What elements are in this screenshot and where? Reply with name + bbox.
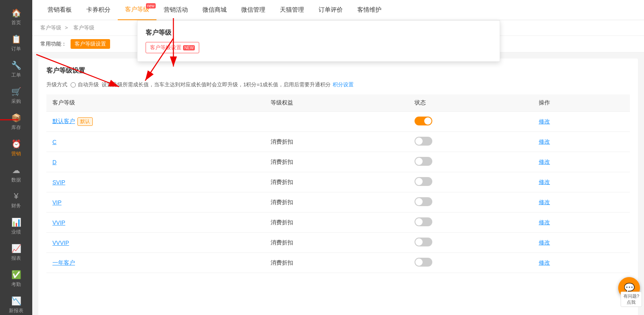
funcbar-label: 常用功能： xyxy=(40,40,67,48)
sidebar-item-order[interactable]: 📋 订单 xyxy=(0,30,32,56)
report-icon: 📈 xyxy=(11,244,21,253)
benefits-cell: 消费折扣 xyxy=(265,192,409,213)
customer-level-name-link[interactable]: VIP xyxy=(52,199,62,206)
sidebar-item-inventory[interactable]: 📦 库存 xyxy=(0,109,32,135)
status-toggle[interactable] xyxy=(415,238,432,246)
popup-customerlevel-item[interactable]: 客户等级设置 NEW xyxy=(146,42,199,53)
performance-icon: 📊 xyxy=(11,217,21,227)
sidebar-item-workorder[interactable]: 🔧 工单 xyxy=(0,56,32,83)
customer-level-name-link[interactable]: SVIP xyxy=(52,179,65,186)
popup-section-title: 客户等级 xyxy=(146,29,492,37)
purchase-icon: 🛒 xyxy=(11,87,21,96)
status-toggle[interactable] xyxy=(415,137,432,146)
status-toggle[interactable] xyxy=(415,157,432,166)
edit-link[interactable]: 修改 xyxy=(539,159,550,165)
table-row: VVVIP消费折扣修改 xyxy=(46,233,630,253)
status-toggle[interactable] xyxy=(415,258,432,267)
status-toggle[interactable] xyxy=(415,197,432,206)
new-badge: new xyxy=(146,3,156,8)
finance-icon: ¥ xyxy=(14,192,18,201)
upgrade-method-label: 升级方式 xyxy=(46,81,67,88)
points-setting-link[interactable]: 积分设置 xyxy=(333,81,354,88)
sidebar-item-home[interactable]: 🏠 首页 xyxy=(0,4,32,30)
col-header-level: 客户等级 xyxy=(46,94,265,112)
benefits-cell xyxy=(265,112,409,132)
edit-link[interactable]: 修改 xyxy=(539,219,550,225)
data-icon: ☁ xyxy=(12,165,20,175)
nav-orderreview[interactable]: 订单评价 xyxy=(311,0,350,20)
home-icon: 🏠 xyxy=(11,8,21,18)
customer-level-table: 客户等级 等级权益 状态 操作 默认客户默认修改C消费折扣修改D消费折扣修改SV… xyxy=(46,94,630,273)
sidebar-item-newreport[interactable]: 📉 新报表 xyxy=(0,292,32,315)
customer-level-name-link[interactable]: 一年客户 xyxy=(52,259,75,266)
top-navigation: 营销看板 卡券积分 客户等级 new 营销活动 微信商城 微信管理 天猫管理 订… xyxy=(32,0,644,20)
nav-customerservice[interactable]: 客情维护 xyxy=(350,0,389,20)
help-label: 有问题?点我 xyxy=(621,292,642,307)
nav-customerlevel[interactable]: 客户等级 new xyxy=(118,0,156,20)
attendance-icon: ✅ xyxy=(11,270,21,280)
nav-marketingactivity[interactable]: 营销活动 xyxy=(156,0,195,20)
funcbar-tag[interactable]: 客户等级设置 xyxy=(71,39,110,49)
status-toggle[interactable] xyxy=(415,117,432,125)
customer-level-name-link[interactable]: 默认客户 xyxy=(52,118,75,124)
table-row: 一年客户消费折扣修改 xyxy=(46,253,630,273)
customer-level-name-link[interactable]: C xyxy=(52,139,56,145)
table-row: SVIP消费折扣修改 xyxy=(46,172,630,192)
benefits-cell: 消费折扣 xyxy=(265,253,409,273)
sidebar-item-data[interactable]: ☁ 数据 xyxy=(0,161,32,188)
col-header-status: 状态 xyxy=(408,94,533,112)
table-row: VIP消费折扣修改 xyxy=(46,192,630,213)
page-content: 客户等级设置 升级方式 自动升级 设置升级所需成长值，当车主达到对应成长值时会立… xyxy=(38,58,638,315)
sidebar: 🏠 首页 📋 订单 🔧 工单 🛒 采购 📦 库存 ⏰ 营销 ☁ 数据 ¥ 财务 … xyxy=(0,0,32,315)
nav-cardpoints[interactable]: 卡券积分 xyxy=(79,0,118,20)
workorder-icon: 🔧 xyxy=(11,60,21,70)
nav-tmallmanage[interactable]: 天猫管理 xyxy=(273,0,311,20)
auto-upgrade-radio[interactable] xyxy=(71,82,76,88)
nav-dashboard[interactable]: 营销看板 xyxy=(40,0,79,20)
nav-wxshop[interactable]: 微信商城 xyxy=(195,0,234,20)
customer-level-name-link[interactable]: VVVIP xyxy=(52,240,69,246)
benefits-cell: 消费折扣 xyxy=(265,213,409,233)
status-toggle[interactable] xyxy=(415,217,432,226)
table-row: D消费折扣修改 xyxy=(46,152,630,172)
benefits-cell: 消费折扣 xyxy=(265,132,409,152)
main-content: 客户等级 > 客户等级 常用功能： 客户等级设置 客户等级设置 升级方式 自动升… xyxy=(32,20,644,315)
edit-link[interactable]: 修改 xyxy=(539,179,550,185)
inventory-icon: 📦 xyxy=(11,113,21,123)
nav-wxmanage[interactable]: 微信管理 xyxy=(234,0,273,20)
sidebar-item-attendance[interactable]: ✅ 考勤 xyxy=(0,266,32,292)
marketing-icon: ⏰ xyxy=(11,139,21,149)
edit-link[interactable]: 修改 xyxy=(539,118,550,125)
edit-link[interactable]: 修改 xyxy=(539,239,550,246)
edit-link[interactable]: 修改 xyxy=(539,259,550,266)
popup-new-badge: NEW xyxy=(183,45,195,50)
page-title: 客户等级设置 xyxy=(46,67,630,75)
table-row: VVIP消费折扣修改 xyxy=(46,213,630,233)
table-row: 默认客户默认修改 xyxy=(46,112,630,132)
customer-level-name-link[interactable]: VVIP xyxy=(52,219,65,226)
edit-link[interactable]: 修改 xyxy=(539,138,550,145)
sidebar-item-purchase[interactable]: 🛒 采购 xyxy=(0,83,32,109)
breadcrumb-level1[interactable]: 客户等级 xyxy=(40,25,61,31)
newreport-icon: 📉 xyxy=(11,296,21,306)
benefits-cell: 消费折扣 xyxy=(265,172,409,192)
benefits-cell: 消费折扣 xyxy=(265,152,409,172)
customer-level-name-link[interactable]: D xyxy=(52,159,56,165)
benefits-cell: 消费折扣 xyxy=(265,233,409,253)
sidebar-item-performance[interactable]: 📊 业绩 xyxy=(0,213,32,240)
col-header-benefits: 等级权益 xyxy=(265,94,409,112)
sidebar-item-report[interactable]: 📈 报表 xyxy=(0,240,32,266)
breadcrumb-level2: 客户等级 xyxy=(73,25,94,31)
edit-link[interactable]: 修改 xyxy=(539,199,550,205)
status-toggle[interactable] xyxy=(415,177,432,186)
sidebar-item-finance[interactable]: ¥ 财务 xyxy=(0,188,32,213)
upgrade-method-row: 升级方式 自动升级 设置升级所需成长值，当车主达到对应成长值时会立即升级，1积分… xyxy=(46,81,630,88)
auto-upgrade-text: 自动升级 设置升级所需成长值，当车主达到对应成长值时会立即升级，1积分=1成长值… xyxy=(78,81,331,88)
default-tag: 默认 xyxy=(77,117,93,126)
col-header-action: 操作 xyxy=(533,94,630,112)
order-icon: 📋 xyxy=(11,34,21,44)
table-row: C消费折扣修改 xyxy=(46,132,630,152)
sidebar-item-marketing[interactable]: ⏰ 营销 xyxy=(0,135,32,161)
dropdown-popup: 客户等级 客户等级设置 NEW xyxy=(137,20,500,62)
